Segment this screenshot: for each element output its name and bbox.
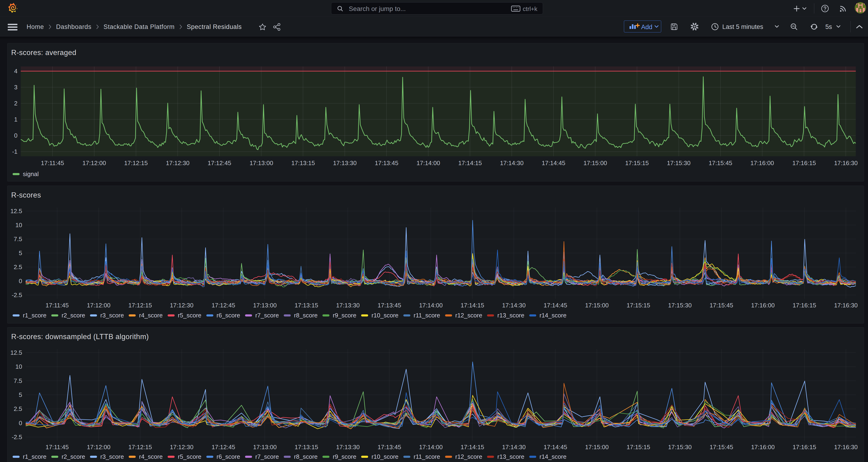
svg-text:17:12:15: 17:12:15 (128, 443, 152, 451)
svg-text:17:12:30: 17:12:30 (166, 159, 189, 166)
svg-text:17:16:30: 17:16:30 (834, 159, 858, 166)
svg-text:1: 1 (14, 116, 18, 123)
svg-text:17:15:30: 17:15:30 (668, 302, 691, 309)
svg-text:7.5: 7.5 (14, 236, 22, 243)
svg-text:7.5: 7.5 (14, 377, 22, 384)
svg-text:17:12:00: 17:12:00 (87, 443, 110, 451)
svg-text:17:11:45: 17:11:45 (45, 443, 68, 451)
svg-text:5: 5 (19, 391, 22, 398)
svg-text:17:14:15: 17:14:15 (458, 159, 482, 166)
svg-text:0: 0 (19, 278, 22, 284)
svg-text:17:15:45: 17:15:45 (709, 443, 733, 451)
svg-text:-2.5: -2.5 (12, 291, 22, 299)
svg-text:17:16:30: 17:16:30 (834, 443, 858, 451)
svg-text:17:14:45: 17:14:45 (541, 159, 565, 166)
svg-text:17:14:30: 17:14:30 (502, 302, 526, 309)
svg-text:10: 10 (16, 221, 22, 228)
svg-text:17:12:45: 17:12:45 (212, 443, 235, 451)
svg-text:17:12:00: 17:12:00 (87, 302, 110, 309)
svg-text:17:13:45: 17:13:45 (377, 443, 401, 451)
svg-text:17:12:15: 17:12:15 (128, 302, 152, 309)
svg-text:17:14:45: 17:14:45 (544, 443, 567, 451)
svg-text:17:14:45: 17:14:45 (544, 302, 567, 309)
svg-text:-2.5: -2.5 (12, 434, 22, 440)
svg-text:17:14:30: 17:14:30 (502, 443, 526, 451)
svg-text:17:14:30: 17:14:30 (500, 159, 523, 166)
svg-text:17:14:00: 17:14:00 (419, 302, 442, 309)
svg-text:17:15:45: 17:15:45 (709, 159, 732, 166)
svg-text:17:15:15: 17:15:15 (626, 443, 650, 451)
svg-text:17:13:00: 17:13:00 (249, 159, 273, 166)
svg-text:17:16:15: 17:16:15 (792, 159, 816, 166)
svg-text:17:12:30: 17:12:30 (170, 443, 193, 451)
svg-text:17:12:15: 17:12:15 (124, 159, 148, 166)
svg-text:17:13:45: 17:13:45 (377, 302, 401, 309)
svg-text:17:12:45: 17:12:45 (212, 302, 235, 309)
svg-text:17:15:00: 17:15:00 (585, 443, 609, 451)
svg-text:17:14:00: 17:14:00 (416, 159, 440, 166)
svg-text:17:13:00: 17:13:00 (253, 302, 277, 309)
svg-text:17:15:15: 17:15:15 (625, 159, 649, 166)
svg-text:17:13:15: 17:13:15 (294, 302, 318, 309)
svg-text:17:11:45: 17:11:45 (45, 302, 68, 309)
svg-text:17:15:00: 17:15:00 (583, 159, 607, 166)
svg-text:17:15:45: 17:15:45 (709, 302, 733, 309)
svg-text:17:13:30: 17:13:30 (333, 159, 356, 166)
svg-text:17:13:00: 17:13:00 (253, 443, 277, 451)
svg-text:17:13:30: 17:13:30 (336, 443, 360, 451)
svg-text:17:15:15: 17:15:15 (626, 302, 650, 309)
svg-text:17:16:00: 17:16:00 (751, 443, 775, 451)
svg-text:0: 0 (19, 420, 22, 427)
svg-text:10: 10 (16, 363, 22, 370)
svg-text:17:15:30: 17:15:30 (668, 443, 691, 451)
svg-text:12.5: 12.5 (10, 208, 22, 215)
svg-text:17:14:00: 17:14:00 (419, 443, 442, 451)
svg-text:17:14:15: 17:14:15 (461, 443, 484, 451)
svg-text:17:15:00: 17:15:00 (585, 302, 609, 309)
svg-text:17:16:15: 17:16:15 (793, 302, 816, 309)
svg-text:17:13:15: 17:13:15 (291, 159, 315, 166)
svg-text:17:15:30: 17:15:30 (667, 159, 690, 166)
svg-text:5: 5 (19, 250, 22, 256)
svg-text:17:13:45: 17:13:45 (375, 159, 398, 166)
svg-text:-1: -1 (12, 148, 18, 155)
svg-text:17:16:00: 17:16:00 (750, 159, 774, 166)
svg-text:12.5: 12.5 (10, 349, 22, 356)
svg-text:2.5: 2.5 (14, 405, 22, 412)
svg-text:17:16:15: 17:16:15 (793, 443, 816, 451)
svg-text:3: 3 (14, 84, 18, 91)
svg-text:17:12:00: 17:12:00 (82, 159, 106, 166)
svg-text:17:16:30: 17:16:30 (834, 302, 858, 309)
svg-text:4: 4 (14, 68, 18, 74)
svg-text:17:12:45: 17:12:45 (208, 159, 231, 166)
svg-text:17:16:00: 17:16:00 (751, 302, 775, 309)
svg-text:17:14:15: 17:14:15 (461, 302, 484, 309)
svg-text:0: 0 (14, 132, 18, 139)
svg-text:17:12:30: 17:12:30 (170, 302, 193, 309)
svg-text:17:13:30: 17:13:30 (336, 302, 360, 309)
svg-text:2: 2 (14, 100, 18, 107)
svg-text:17:11:45: 17:11:45 (41, 159, 64, 166)
svg-text:17:13:15: 17:13:15 (294, 443, 318, 451)
svg-text:2.5: 2.5 (14, 264, 22, 271)
